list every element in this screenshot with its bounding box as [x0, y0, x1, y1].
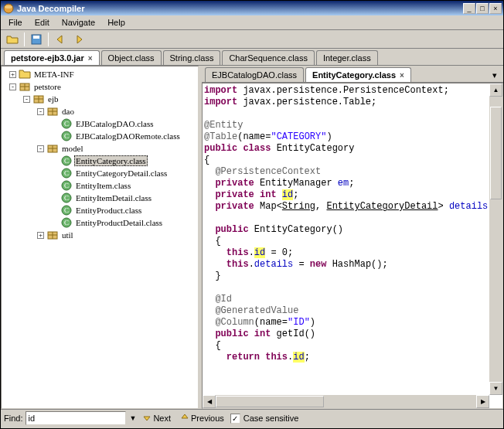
tab-close-icon[interactable]: × — [400, 71, 404, 80]
svg-rect-3 — [33, 36, 39, 39]
package-icon — [32, 93, 45, 105]
tree-label[interactable]: EJBCatalogDAO.class — [74, 118, 155, 129]
find-prev-button[interactable]: Previous — [177, 411, 227, 425]
tree-label[interactable]: EntityCategoryDetail.class — [74, 168, 169, 179]
editor-tab[interactable]: EJBCatalogDAO.class — [205, 67, 304, 82]
svg-text:C: C — [64, 194, 69, 202]
tab-label: CharSequence.class — [229, 53, 308, 63]
tree-row[interactable]: CEntityItemDetail.class — [3, 192, 196, 204]
maximize-button[interactable]: □ — [476, 3, 489, 14]
tree-label[interactable]: EntityProduct.class — [74, 205, 143, 216]
arrow-down-icon — [142, 413, 152, 424]
scroll-right-arrow[interactable]: ▶ — [476, 395, 489, 408]
file-tab[interactable]: CharSequence.class — [222, 50, 315, 65]
tree-label[interactable]: EntityProductDetail.class — [74, 217, 164, 228]
scroll-left-arrow[interactable]: ◀ — [203, 395, 216, 408]
tree-row[interactable]: -ejb — [3, 93, 196, 105]
back-button[interactable] — [52, 31, 69, 48]
package-icon — [46, 105, 59, 117]
case-sensitive-checkbox[interactable]: ✓ — [230, 414, 240, 424]
tree-label[interactable]: petstore — [32, 81, 63, 92]
tree-label[interactable]: EntityItemDetail.class — [74, 192, 153, 203]
package-explorer[interactable]: +META-INF-petstore-ejb-daoCEJBCatalogDAO… — [1, 66, 199, 409]
tree-row[interactable]: CEntityCategoryDetail.class — [3, 167, 196, 179]
menu-help[interactable]: Help — [101, 16, 131, 29]
tree-label[interactable]: META-INF — [32, 69, 76, 80]
scroll-up-arrow[interactable]: ▲ — [489, 83, 502, 97]
tree-row[interactable]: +util — [3, 229, 196, 241]
class-icon: C — [60, 192, 73, 204]
tree-row[interactable]: CEJBCatalogDAO.class — [3, 117, 196, 130]
case-sensitive-label: Case sensitive — [243, 414, 299, 423]
tree-label[interactable]: util — [60, 230, 75, 240]
tree-row[interactable]: +META-INF — [3, 68, 196, 80]
menu-bar: FileEditNavigateHelp — [1, 15, 503, 30]
open-button[interactable] — [4, 31, 21, 48]
tree-row[interactable]: -dao — [3, 105, 196, 117]
file-tab[interactable]: petstore-ejb3.0.jar× — [4, 50, 100, 65]
tree-row[interactable]: CEntityProduct.class — [3, 204, 196, 216]
save-button[interactable] — [28, 31, 45, 48]
folder-icon — [19, 68, 31, 80]
svg-text:C: C — [64, 169, 69, 177]
menu-file[interactable]: File — [2, 16, 29, 29]
svg-text:C: C — [64, 206, 69, 214]
svg-point-1 — [5, 5, 12, 9]
tab-label: String.class — [170, 53, 214, 63]
tree-label[interactable]: EntityCategory.class — [74, 155, 148, 166]
tree-expander[interactable]: - — [37, 145, 44, 152]
find-next-button[interactable]: Next — [139, 411, 174, 425]
tree-row[interactable]: CEntityItem.class — [3, 179, 196, 192]
find-dropdown-icon[interactable]: ▼ — [129, 414, 136, 422]
toolbar — [1, 30, 503, 49]
vertical-scrollbar[interactable]: ▲ ▼ — [489, 83, 502, 395]
tree-row[interactable]: -model — [3, 142, 196, 155]
class-icon: C — [60, 204, 73, 216]
tree-expander[interactable]: + — [37, 232, 44, 239]
tab-label: EntityCategory.class — [312, 70, 396, 80]
tab-list-button[interactable]: ▾ — [489, 69, 500, 82]
menu-navigate[interactable]: Navigate — [56, 16, 101, 29]
tree-row[interactable]: -petstore — [3, 80, 196, 93]
tree-label[interactable]: model — [60, 143, 85, 154]
find-input[interactable] — [26, 411, 126, 425]
scroll-down-arrow[interactable]: ▼ — [489, 382, 502, 395]
tree-row[interactable]: CEJBCatalogDAORemote.class — [3, 130, 196, 142]
tab-label: petstore-ejb3.0.jar — [11, 53, 84, 63]
tree-label[interactable]: ejb — [46, 94, 60, 104]
horizontal-scrollbar[interactable]: ◀ ▶ — [203, 395, 489, 408]
window-title: Java Decompiler — [17, 4, 463, 13]
forward-button[interactable] — [70, 31, 87, 48]
svg-text:C: C — [64, 219, 69, 226]
toolbar-separator — [48, 32, 49, 46]
tab-close-icon[interactable]: × — [88, 54, 93, 63]
editor-tab-bar: EJBCatalogDAO.classEntityCategory.class×… — [202, 66, 503, 83]
tree-label[interactable]: dao — [60, 106, 76, 117]
scroll-thumb[interactable] — [490, 107, 502, 199]
svg-text:C: C — [64, 120, 69, 128]
close-button[interactable]: × — [489, 3, 502, 14]
tree-expander[interactable]: - — [9, 83, 16, 90]
package-icon — [19, 80, 31, 93]
tree-expander[interactable]: + — [9, 71, 16, 78]
file-tab[interactable]: Integer.class — [316, 50, 378, 65]
minimize-button[interactable]: _ — [463, 3, 475, 14]
tab-label: Object.class — [108, 53, 155, 63]
file-tab[interactable]: Object.class — [101, 50, 162, 65]
tree-expander[interactable]: - — [23, 96, 30, 103]
file-tab[interactable]: String.class — [163, 50, 221, 65]
find-bar: Find: ▼ Next Previous ✓ Case sensitive — [1, 409, 503, 427]
editor-tab[interactable]: EntityCategory.class× — [305, 67, 411, 82]
tree-row[interactable]: CEntityCategory.class — [3, 155, 196, 167]
tree-label[interactable]: EntityItem.class — [74, 180, 132, 191]
tree-row[interactable]: CEntityProductDetail.class — [3, 216, 196, 229]
tab-label: EJBCatalogDAO.class — [212, 70, 297, 80]
arrow-up-icon — [180, 413, 189, 424]
scroll-thumb[interactable] — [216, 396, 324, 407]
tree-expander[interactable]: - — [37, 108, 44, 115]
class-icon: C — [60, 216, 73, 229]
menu-edit[interactable]: Edit — [29, 16, 56, 29]
tree-label[interactable]: EJBCatalogDAORemote.class — [74, 131, 182, 141]
code-editor[interactable]: import javax.persistence.PersistenceCont… — [202, 83, 503, 409]
svg-text:C: C — [64, 132, 69, 140]
